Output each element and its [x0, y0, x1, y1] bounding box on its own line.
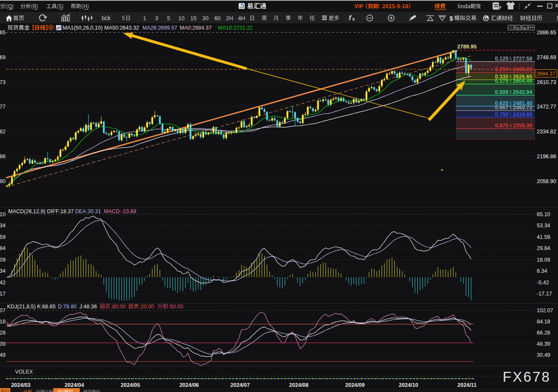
- svg-text:x: x: [352, 16, 355, 21]
- svg-text:VOLEX: VOLEX: [15, 369, 33, 375]
- svg-text:48.39: 48.39: [0, 341, 6, 347]
- svg-text:18.09: 18.09: [0, 257, 6, 263]
- svg-text:2610.73: 2610.73: [0, 79, 6, 85]
- svg-text:53.34: 53.34: [0, 223, 6, 229]
- svg-text:MA10:2731.22: MA10:2731.22: [218, 25, 253, 31]
- svg-text:2789.95: 2789.95: [457, 44, 477, 50]
- svg-text:DIFF:18.37: DIFF:18.37: [47, 208, 74, 214]
- svg-text:66.28: 66.28: [537, 330, 550, 336]
- svg-text:65.10: 65.10: [0, 211, 6, 217]
- svg-text:41.59: 41.59: [0, 234, 6, 240]
- svg-text:0.667 \ 2460.72: 0.667 \ 2460.72: [495, 105, 532, 111]
- svg-text:2024/09: 2024/09: [345, 382, 365, 388]
- svg-text:6.34: 6.34: [0, 268, 6, 274]
- svg-text:2024/07: 2024/07: [230, 382, 250, 388]
- svg-text:2058.90: 2058.90: [0, 178, 6, 184]
- svg-text:102.07: 102.07: [0, 308, 6, 314]
- svg-text:2610.73: 2610.73: [537, 79, 556, 85]
- svg-text:DEA:30.31: DEA:30.31: [75, 208, 101, 214]
- svg-text:48.39: 48.39: [537, 341, 550, 347]
- svg-text:4H: 4H: [238, 15, 245, 21]
- svg-text:MA0:2684.37: MA0:2684.37: [180, 25, 211, 31]
- svg-text:2024/03: 2024/03: [11, 382, 30, 388]
- svg-text:MACD(26,12,9): MACD(26,12,9): [8, 208, 45, 214]
- svg-text:2024/05: 2024/05: [121, 382, 140, 388]
- svg-text:2472.77: 2472.77: [537, 104, 556, 110]
- svg-text:KDJ(21,8,5): KDJ(21,8,5): [7, 304, 36, 310]
- svg-text:2334.82: 2334.82: [537, 129, 556, 135]
- svg-text::20.00: :20.00: [139, 304, 154, 310]
- svg-text:18.09: 18.09: [537, 257, 550, 263]
- svg-text:29.84: 29.84: [537, 245, 550, 251]
- svg-text:2196.86: 2196.86: [0, 154, 6, 160]
- svg-text:102.07: 102.07: [537, 308, 553, 314]
- svg-text:D:78.80: D:78.80: [58, 304, 77, 310]
- svg-text:41.59: 41.59: [537, 234, 550, 240]
- svg-text:2748.69: 2748.69: [0, 54, 6, 60]
- svg-text:30.49: 30.49: [0, 352, 6, 358]
- svg-text:MA26:2699.57: MA26:2699.57: [142, 25, 177, 31]
- svg-text:29.84: 29.84: [0, 245, 6, 251]
- svg-text:2H: 2H: [226, 15, 233, 21]
- svg-text:2684.37: 2684.37: [536, 71, 555, 77]
- svg-text:0.250 \ 2666.03: 0.250 \ 2666.03: [495, 66, 532, 72]
- svg-text:30.49: 30.49: [537, 352, 550, 358]
- svg-text:tick: tick: [102, 15, 111, 21]
- svg-text:2024/10: 2024/10: [399, 382, 418, 388]
- svg-text:2886.65: 2886.65: [537, 30, 556, 36]
- svg-text:0.750 \ 2419.85: 0.750 \ 2419.85: [495, 112, 532, 118]
- svg-text:84.18: 84.18: [537, 319, 550, 325]
- svg-text:0.500 \ 2542.94: 0.500 \ 2542.94: [495, 89, 532, 95]
- svg-text::80.00: :80.00: [111, 304, 126, 310]
- svg-text:MA1(50,26,0,10): MA1(50,26,0,10): [63, 25, 103, 31]
- svg-text:2472.77: 2472.77: [0, 104, 6, 110]
- svg-text:2196.86: 2196.86: [537, 154, 556, 160]
- svg-text:30: 30: [202, 15, 208, 21]
- svg-text:15: 15: [190, 15, 196, 21]
- svg-text:H: H: [517, 26, 519, 29]
- svg-text::50.00: :50.00: [169, 304, 184, 310]
- svg-text:$: $: [449, 15, 453, 22]
- svg-text:60: 60: [214, 15, 220, 21]
- svg-text:2024/11: 2024/11: [458, 382, 477, 388]
- svg-text:MACD:-23.88: MACD:-23.88: [104, 208, 136, 214]
- svg-text:2748.69: 2748.69: [537, 54, 556, 60]
- svg-text:2024/08: 2024/08: [289, 382, 308, 388]
- svg-text:2334.82: 2334.82: [0, 129, 6, 135]
- svg-text:-17.17: -17.17: [0, 291, 6, 297]
- svg-text:6.34: 6.34: [537, 268, 547, 274]
- svg-text:MA50:2643.32: MA50:2643.32: [104, 25, 139, 31]
- svg-text:3: 3: [155, 15, 158, 21]
- svg-text:0.125 \ 2727.58: 0.125 \ 2727.58: [495, 56, 532, 62]
- svg-text:65.10: 65.10: [537, 211, 550, 217]
- svg-text:-5.42: -5.42: [0, 280, 6, 286]
- svg-text:10: 10: [178, 15, 184, 21]
- svg-text:5: 5: [167, 15, 170, 21]
- svg-text:2024/06: 2024/06: [179, 382, 199, 388]
- svg-text:2024/04: 2024/04: [65, 382, 84, 388]
- svg-text:0.875 \ 2358.30: 0.875 \ 2358.30: [495, 123, 532, 129]
- svg-text:K:68.65: K:68.65: [37, 304, 56, 310]
- svg-text:FX678: FX678: [503, 369, 551, 385]
- svg-text:-17.17: -17.17: [537, 291, 552, 297]
- svg-text:53.34: 53.34: [537, 223, 550, 229]
- svg-text:0.375 \ 2604.49: 0.375 \ 2604.49: [495, 78, 532, 84]
- svg-text:2886.65: 2886.65: [0, 30, 6, 36]
- svg-text:1: 1: [143, 15, 146, 21]
- svg-text:66.28: 66.28: [0, 330, 6, 336]
- svg-text:84.18: 84.18: [0, 319, 6, 325]
- svg-text:2058.90: 2058.90: [537, 178, 556, 184]
- svg-text:-5.42: -5.42: [537, 280, 549, 286]
- svg-text:J:48.36: J:48.36: [79, 304, 97, 310]
